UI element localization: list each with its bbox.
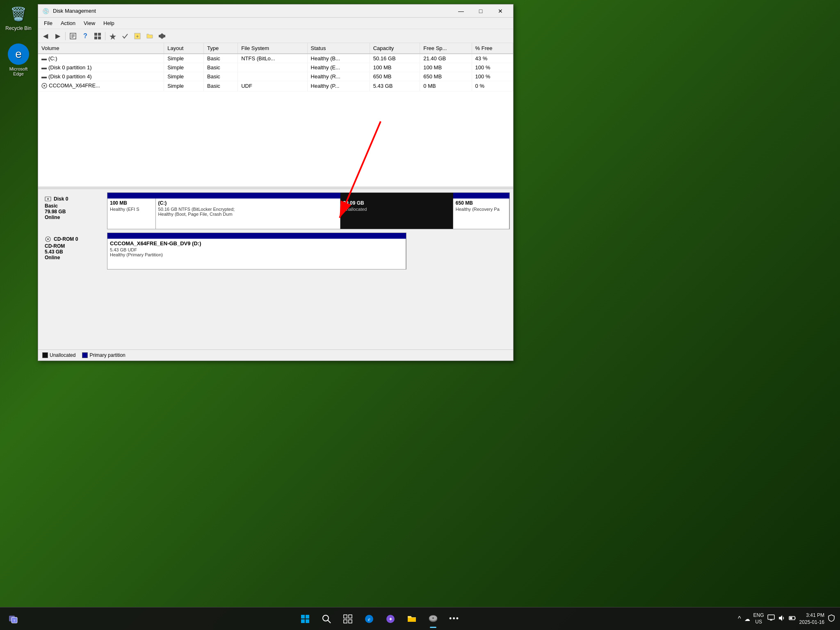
capacity-cell: 100 MB [370,63,420,72]
pin-button[interactable] [107,30,119,42]
svg-rect-26 [301,619,305,623]
tray-chevron[interactable]: ^ [738,615,741,623]
layout-cell: Simple [164,54,204,63]
taskbar-diskmgmt[interactable] [423,609,443,629]
cdrom-partition-body: CCCOMA_X64FRE_EN-GB_DV9 (D:) 5.43 GB UDF… [107,239,406,269]
legend: Unallocated Primary partition [38,349,513,361]
help-button[interactable]: ? [80,30,91,42]
taskbar-taskview[interactable] [338,609,358,629]
legend-primary: Primary partition [82,352,125,358]
add-button[interactable]: + [132,30,143,42]
tray-battery[interactable] [789,614,796,623]
capacity-cell: 5.43 GB [370,81,420,91]
disk0-size: 79.98 GB [45,209,104,215]
tray-language[interactable]: ENGUS [753,612,764,625]
close-button[interactable]: ✕ [491,5,510,17]
taskbar-edge[interactable]: e [359,609,379,629]
disk0-type: Basic [45,203,104,209]
col-filesystem[interactable]: File System [238,43,307,54]
maximize-button[interactable]: □ [471,5,490,17]
taskbar-more[interactable]: ••• [445,609,464,629]
free-cell: 650 MB [420,72,472,81]
snap-button[interactable] [92,30,103,42]
disk0-name: Disk 0 [54,196,68,202]
toolbar-separator-2 [105,32,105,40]
menu-file[interactable]: File [40,19,57,28]
cdrom0-type: CD-ROM [45,243,104,249]
title-bar-controls: — □ ✕ [452,5,510,17]
cdrom0-status: Online [45,255,104,260]
tray-volume[interactable] [778,614,785,623]
p2-header [156,193,341,199]
col-type[interactable]: Type [204,43,238,54]
cdrom0-row: CD-ROM 0 CD-ROM 5.43 GB Online CCCOMA_X6… [41,233,510,269]
type-cell: Basic [204,63,238,72]
table-row[interactable]: ▬ (Disk 0 partition 1) Simple Basic Heal… [38,63,513,72]
minimize-button[interactable]: — [452,5,470,17]
tray-monitor[interactable] [767,614,775,623]
table-row[interactable]: CCCOMA_X64FRE... Simple Basic UDF Health… [38,81,513,91]
back-button[interactable]: ◀ [40,30,51,42]
tray-security[interactable] [828,614,835,623]
taskbar: T [0,607,840,630]
col-status[interactable]: Status [307,43,370,54]
partition-recovery[interactable]: 650 MB Healthy (Recovery Pa [453,199,509,229]
fs-cell: NTFS (BitLo... [238,54,307,63]
col-pctfree[interactable]: % Free [472,43,513,54]
volume-cell: ▬ (Disk 0 partition 4) [38,72,164,81]
cdrom0-label: CD-ROM 0 CD-ROM 5.43 GB Online [41,233,107,269]
svg-point-15 [43,85,45,87]
taskbar-start[interactable] [295,609,315,629]
search-icon [322,614,331,623]
svg-marker-44 [779,615,782,621]
p3-header [340,193,453,199]
partition-c[interactable]: (C:) 50.16 GB NTFS (BitLocker Encrypted;… [156,199,341,229]
cdrom0-size: 5.43 GB [45,249,104,255]
col-capacity[interactable]: Capacity [370,43,420,54]
svg-rect-47 [790,617,792,619]
forward-button[interactable]: ▶ [52,30,64,42]
table-row[interactable]: ▬ (Disk 0 partition 4) Simple Basic Heal… [38,72,513,81]
partition-cdrom[interactable]: CCCOMA_X64FRE_EN-GB_DV9 (D:) 5.43 GB UDF… [107,239,406,269]
menu-action[interactable]: Action [57,19,80,28]
recycle-bin-icon[interactable]: 🗑️ Recycle Bin [4,4,33,31]
edge-label: Microsoft Edge [4,66,33,76]
disk-table[interactable]: Volume Layout Type File System Status Ca… [38,43,513,187]
taskbar-time[interactable]: 3:41 PM 2025-01-16 [799,612,824,626]
window-title: Disk Management [53,8,452,14]
security-icon [828,614,835,622]
taskbar-search[interactable] [317,609,336,629]
menu-help[interactable]: Help [99,19,119,28]
table-row[interactable]: ▬ (C:) Simple Basic NTFS (BitLo... Healt… [38,54,513,63]
disk0-partition-bodies: 100 MB Healthy (EFI S (C:) 50.16 GB NTFS… [107,199,509,229]
unallocated-label: Unallocated [50,352,75,358]
teams-icon: T [8,614,18,624]
partition-unallocated[interactable]: 29.09 GB Unallocated [340,199,453,229]
folder-button[interactable] [144,30,155,42]
extend-button[interactable] [156,30,168,42]
taskbar-left: T [0,609,26,629]
col-volume[interactable]: Volume [38,43,164,54]
layout-cell: Simple [164,81,204,91]
disk0-header-bar [107,193,509,199]
taskbar-teams[interactable]: T [3,609,23,629]
edge-icon[interactable]: e Microsoft Edge [4,43,33,76]
partition-efi[interactable]: 100 MB Healthy (EFI S [107,199,156,229]
svg-rect-32 [344,620,347,623]
col-freespace[interactable]: Free Sp... [420,43,472,54]
tray-cloud[interactable]: ☁ [744,616,750,622]
taskbar-fileexplorer[interactable] [402,609,422,629]
svg-point-40 [432,617,434,619]
col-layout[interactable]: Layout [164,43,204,54]
window-icon: 💿 [41,7,50,15]
cdrom-detail1: 5.43 GB UDF [110,247,403,252]
properties-button[interactable] [67,30,79,42]
check-button[interactable] [119,30,131,42]
recycle-bin-label: Recycle Bin [5,25,31,31]
taskbar-copilot[interactable]: ✦ [381,609,400,629]
layout-cell: Simple [164,63,204,72]
svg-rect-24 [301,615,305,619]
cd-icon [41,83,47,89]
primary-swatch [82,352,88,358]
menu-view[interactable]: View [80,19,99,28]
